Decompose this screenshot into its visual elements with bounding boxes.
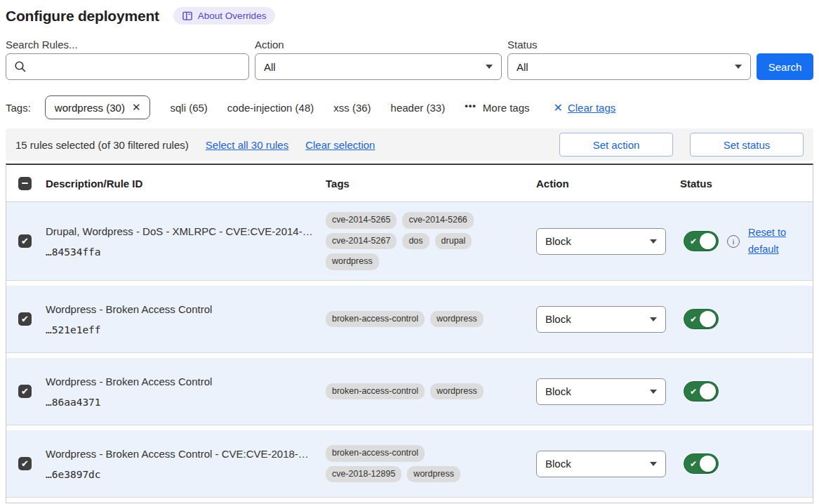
rule-title: Drupal, Wordpress - DoS - XMLRPC - CVE:C… xyxy=(46,225,326,237)
tag-pill: dos xyxy=(402,233,429,250)
page-title: Configure deployment xyxy=(6,8,159,25)
search-icon xyxy=(14,60,27,73)
action-select-value: All xyxy=(264,61,276,73)
row-checkbox[interactable]: ✔ xyxy=(18,457,32,470)
row-action-select[interactable]: Block xyxy=(536,451,666,477)
table-row: ✔ Drupal, Wordpress - DoS - XMLRPC - CVE… xyxy=(6,202,813,281)
set-status-button[interactable]: Set status xyxy=(690,133,804,157)
table-row: ✔ Wordpress - Broken Access Control …521… xyxy=(6,286,813,353)
tag-pill: wordpress xyxy=(430,311,484,328)
rule-title: Wordpress - Broken Access Control - CVE:… xyxy=(46,448,326,460)
table-row: ✔ Wordpress - Broken Access Control - CV… xyxy=(6,430,813,498)
row-action-value: Block xyxy=(545,385,571,397)
row-action-select[interactable]: Block xyxy=(536,306,666,333)
toggle-knob xyxy=(700,311,716,327)
search-filter: Search Rules... xyxy=(6,39,249,80)
toggle-knob xyxy=(700,383,716,399)
rule-title: Wordpress - Broken Access Control xyxy=(46,376,326,387)
status-select-value: All xyxy=(517,61,528,73)
selected-tag-wordpress[interactable]: wordpress (30) ✕ xyxy=(45,95,151,119)
toggle-knob xyxy=(700,233,716,249)
column-header-status: Status xyxy=(680,178,813,190)
search-button[interactable]: Search xyxy=(757,53,813,80)
about-overrides-label: About Overrides xyxy=(198,11,267,21)
chevron-down-icon xyxy=(486,65,493,69)
status-toggle[interactable]: ✔ xyxy=(684,231,719,251)
check-icon: ✔ xyxy=(690,460,697,468)
filters-bar: Search Rules... Action All Status All Se… xyxy=(6,39,813,80)
column-header-action: Action xyxy=(536,178,680,190)
select-all-link[interactable]: Select all 30 rules xyxy=(206,139,288,151)
tag-pill: drupal xyxy=(435,233,472,250)
ellipsis-icon: ••• xyxy=(465,100,477,111)
page-header: Configure deployment About Overrides xyxy=(6,6,813,25)
tags-bar: Tags: wordpress (30) ✕ sqli (65) code-in… xyxy=(6,95,813,120)
tag-option-sqli[interactable]: sqli (65) xyxy=(170,102,207,114)
tag-option-code-injection[interactable]: code-injection (48) xyxy=(227,102,314,114)
chevron-down-icon xyxy=(650,462,657,466)
tag-pill: broken-access-control xyxy=(326,445,425,462)
row-checkbox[interactable]: ✔ xyxy=(18,234,32,248)
set-action-button[interactable]: Set action xyxy=(559,133,673,157)
tag-pill: broken-access-control xyxy=(326,383,425,400)
action-select[interactable]: All xyxy=(255,53,502,80)
status-toggle[interactable]: ✔ xyxy=(684,453,719,474)
remove-tag-icon[interactable]: ✕ xyxy=(132,101,141,114)
toggle-knob xyxy=(700,456,716,472)
tag-pill: broken-access-control xyxy=(326,311,425,328)
selection-summary: 15 rules selected (of 30 filtered rules) xyxy=(15,139,189,151)
tag-pill: cve-2014-5265 xyxy=(326,212,397,229)
column-header-tags: Tags xyxy=(326,178,536,190)
tag-pill: cve-2014-5266 xyxy=(402,212,473,229)
select-all-checkbox[interactable] xyxy=(18,177,32,190)
check-icon: ✔ xyxy=(21,237,29,246)
status-toggle[interactable]: ✔ xyxy=(684,381,719,402)
row-action-value: Block xyxy=(545,458,571,470)
clear-tags-label: Clear tags xyxy=(568,102,615,114)
tag-pill: cve-2014-5267 xyxy=(326,233,397,250)
rule-id: …84534ffa xyxy=(46,246,326,258)
chevron-down-icon xyxy=(735,65,742,69)
clear-selection-link[interactable]: Clear selection xyxy=(305,139,375,151)
search-input[interactable] xyxy=(6,54,248,79)
check-icon: ✔ xyxy=(690,315,697,324)
chevron-down-icon xyxy=(650,239,657,244)
tags-label: Tags: xyxy=(6,102,31,114)
row-action-select[interactable]: Block xyxy=(536,378,666,405)
rules-table: Description/Rule ID Tags Action Status ✔… xyxy=(6,164,813,503)
more-tags-button[interactable]: ••• More tags xyxy=(465,102,529,114)
chevron-down-icon xyxy=(650,317,657,321)
search-rules-label: Search Rules... xyxy=(6,39,249,51)
chevron-down-icon xyxy=(650,390,657,394)
info-icon[interactable]: i xyxy=(727,235,740,248)
tag-pill: wordpress xyxy=(326,253,379,270)
clear-tags-button[interactable]: ✕ Clear tags xyxy=(554,101,616,114)
selection-bar: 15 rules selected (of 30 filtered rules)… xyxy=(6,128,813,161)
status-select[interactable]: All xyxy=(507,53,751,80)
tag-pill: wordpress xyxy=(430,383,484,400)
status-filter: Status All xyxy=(507,39,751,80)
clear-icon: ✕ xyxy=(554,101,563,114)
about-overrides-button[interactable]: About Overrides xyxy=(173,7,276,25)
book-icon xyxy=(182,11,193,21)
search-input-wrap xyxy=(6,53,249,80)
action-filter: Action All xyxy=(255,39,502,80)
rule-id: …86aa4371 xyxy=(46,397,326,408)
row-checkbox[interactable]: ✔ xyxy=(18,385,32,398)
rule-title: Wordpress - Broken Access Control xyxy=(46,303,326,315)
selected-tag-label: wordpress (30) xyxy=(55,102,125,114)
status-toggle[interactable]: ✔ xyxy=(684,309,719,329)
reset-to-default-link[interactable]: Reset to default xyxy=(748,225,792,258)
tag-option-header[interactable]: header (33) xyxy=(391,102,446,114)
row-checkbox[interactable]: ✔ xyxy=(18,312,32,326)
action-label: Action xyxy=(255,39,502,51)
rule-id: …521e1eff xyxy=(46,324,326,336)
table-header-row: Description/Rule ID Tags Action Status xyxy=(6,165,813,202)
check-icon: ✔ xyxy=(21,314,29,324)
more-tags-label: More tags xyxy=(483,102,530,114)
tag-pill: cve-2018-12895 xyxy=(326,466,401,483)
row-action-select[interactable]: Block xyxy=(536,228,666,255)
check-icon: ✔ xyxy=(21,459,29,468)
tag-option-xss[interactable]: xss (36) xyxy=(333,102,371,114)
row-action-value: Block xyxy=(545,235,571,247)
